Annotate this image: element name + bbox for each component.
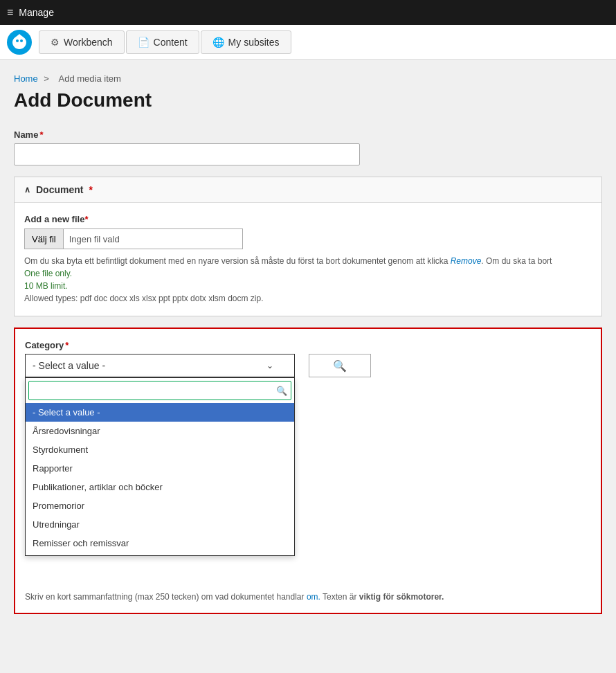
name-label: Name* xyxy=(14,129,602,140)
file-only-text: One file only. xyxy=(24,269,72,278)
hamburger-icon: ≡ xyxy=(7,6,13,19)
dropdown-option-vagledningar[interactable]: Vägledningar, råd och kunskapsöversikter xyxy=(26,553,294,555)
add-file-label: Add a new file* xyxy=(24,214,592,224)
bottom-hint-link[interactable]: om. xyxy=(307,592,320,602)
remove-link[interactable]: Remove xyxy=(451,256,482,266)
breadcrumb-separator: > xyxy=(44,73,49,84)
collapse-icon: ∧ xyxy=(24,185,30,195)
tab-workbench-label: Workbench xyxy=(64,37,113,48)
bottom-hint-bold: viktig för sökmotorer. xyxy=(359,592,444,602)
dropdown-option-utredningar[interactable]: Utredningar xyxy=(26,515,294,534)
category-section: Category* - Select a value - ⌄ 🔍 - Selec… xyxy=(14,327,602,614)
category-select[interactable]: - Select a value - ⌄ xyxy=(25,354,295,377)
dropdown-option-styrdokument[interactable]: Styrdokument xyxy=(26,440,294,459)
category-required: * xyxy=(65,340,69,350)
dropdown-option-promemorior[interactable]: Promemorior xyxy=(26,496,294,515)
name-field-group: Name* xyxy=(14,129,602,165)
category-label: Category* xyxy=(25,340,591,350)
dropdown-option-arsredovisningar[interactable]: Årsredovisningar xyxy=(26,422,294,440)
file-size-text: 10 MB limit. xyxy=(24,281,68,291)
chevron-down-icon: ⌄ xyxy=(266,361,273,370)
document-section-label: Document xyxy=(36,184,83,195)
right-search-box[interactable]: 🔍 xyxy=(309,354,371,377)
document-section: ∧ Document * Add a new file* Välj fil In… xyxy=(14,177,602,316)
dropdown-search-container: 🔍 xyxy=(26,378,294,403)
file-input-display: Ingen fil vald xyxy=(63,228,243,249)
subsites-icon: 🌐 xyxy=(212,37,224,48)
tab-my-subsites[interactable]: 🌐 My subsites xyxy=(201,30,291,54)
tab-workbench[interactable]: ⚙ Workbench xyxy=(39,30,125,54)
dropdown-option-rapporter[interactable]: Rapporter xyxy=(26,459,294,478)
svg-point-2 xyxy=(20,39,23,42)
category-select-wrapper: - Select a value - ⌄ 🔍 - Select a value … xyxy=(25,354,295,377)
category-row: - Select a value - ⌄ 🔍 - Select a value … xyxy=(25,354,591,377)
manage-label: Manage xyxy=(19,7,54,18)
dropdown-options[interactable]: - Select a value - Årsredovisningar Styr… xyxy=(26,403,294,555)
file-types-text: Allowed types: pdf doc docx xls xlsx ppt… xyxy=(24,294,263,303)
dropdown-search-input[interactable] xyxy=(28,381,291,400)
dropdown-search-icon: 🔍 xyxy=(276,386,287,396)
top-bar: ≡ Manage xyxy=(0,0,616,25)
drupal-logo xyxy=(7,30,32,55)
search-icon: 🔍 xyxy=(333,359,347,373)
document-section-header[interactable]: ∧ Document * xyxy=(15,177,601,203)
add-file-required: * xyxy=(84,214,88,224)
dropdown-option-remisser[interactable]: Remisser och remissvar xyxy=(26,534,294,553)
name-required: * xyxy=(39,129,43,140)
file-help-text: Om du ska byta ett befintligt dokument m… xyxy=(24,255,592,305)
dropdown-option-publikationer[interactable]: Publikationer, artiklar och böcker xyxy=(26,478,294,496)
dropdown-container: 🔍 - Select a value - Årsredovisningar St… xyxy=(25,377,295,556)
name-input[interactable] xyxy=(14,143,360,165)
choose-file-button[interactable]: Välj fil xyxy=(24,228,63,249)
select-value: - Select a value - xyxy=(33,360,105,371)
tab-content-label: Content xyxy=(154,37,188,48)
main-content: Name* ∧ Document * Add a new file* Välj … xyxy=(0,123,616,673)
dropdown-option-select[interactable]: - Select a value - xyxy=(26,403,294,422)
document-required: * xyxy=(89,184,92,195)
tab-content[interactable]: 📄 Content xyxy=(126,30,199,54)
svg-point-1 xyxy=(16,39,19,42)
breadcrumb: Home > Add media item xyxy=(0,66,616,87)
workbench-icon: ⚙ xyxy=(51,37,60,48)
document-section-body: Add a new file* Välj fil Ingen fil vald … xyxy=(15,203,601,316)
tab-my-subsites-label: My subsites xyxy=(228,37,280,48)
bottom-hint: Skriv en kort sammanfattning (max 250 te… xyxy=(25,592,591,602)
content-icon: 📄 xyxy=(138,37,150,48)
manage-menu[interactable]: ≡ Manage xyxy=(7,6,54,19)
nav-bar: ⚙ Workbench 📄 Content 🌐 My subsites xyxy=(0,25,616,60)
breadcrumb-home[interactable]: Home xyxy=(14,73,38,84)
breadcrumb-add-media: Add media item xyxy=(59,73,121,84)
nav-tabs: ⚙ Workbench 📄 Content 🌐 My subsites xyxy=(39,25,291,59)
file-upload-row: Välj fil Ingen fil vald xyxy=(24,228,592,249)
page-title: Add Document xyxy=(0,87,616,123)
